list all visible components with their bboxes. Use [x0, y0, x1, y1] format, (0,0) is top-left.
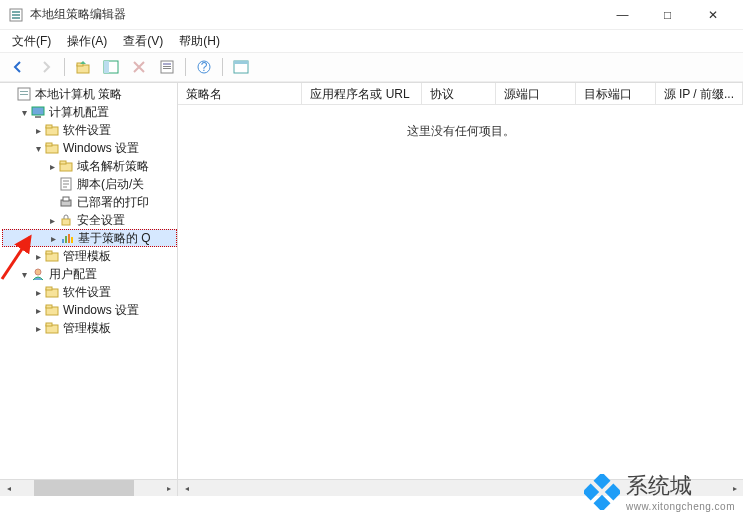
- list-horizontal-scrollbar[interactable]: ◂ ▸: [178, 479, 743, 496]
- menu-file[interactable]: 文件(F): [6, 31, 57, 52]
- back-button[interactable]: [6, 55, 30, 79]
- filter-button[interactable]: [229, 55, 253, 79]
- chevron-right-icon[interactable]: ▸: [46, 215, 58, 226]
- menu-help[interactable]: 帮助(H): [173, 31, 226, 52]
- column-policy-name[interactable]: 策略名: [178, 83, 302, 104]
- column-app-or-url[interactable]: 应用程序名或 URL: [302, 83, 421, 104]
- tree-admin-templates[interactable]: ▸ 管理模板: [2, 247, 177, 265]
- tree-label: 本地计算机 策略: [35, 86, 122, 103]
- scrollbar-thumb[interactable]: [34, 480, 134, 496]
- folder-icon: [44, 248, 60, 264]
- tree-label: 脚本(启动/关: [77, 176, 144, 193]
- workspace: 本地计算机 策略 ▾ 计算机配置 ▸ 软件设置 ▾ Windows 设置 ▸ 域: [0, 82, 743, 496]
- tree-computer-config[interactable]: ▾ 计算机配置: [2, 103, 177, 121]
- chevron-right-icon[interactable]: ▸: [32, 251, 44, 262]
- titlebar: 本地组策略编辑器 — □ ✕: [0, 0, 743, 30]
- help-button[interactable]: ?: [192, 55, 216, 79]
- svg-rect-34: [71, 237, 73, 243]
- list-pane: 策略名 应用程序名或 URL 协议 源端口 目标端口 源 IP / 前缀... …: [178, 83, 743, 496]
- svg-rect-30: [62, 219, 70, 225]
- svg-rect-11: [163, 68, 171, 69]
- svg-rect-10: [163, 66, 171, 67]
- scroll-right-icon[interactable]: ▸: [726, 480, 743, 496]
- watermark-url: www.xitongcheng.com: [626, 501, 735, 512]
- up-button[interactable]: [71, 55, 95, 79]
- tree-dns-policy[interactable]: ▸ 域名解析策略: [2, 157, 177, 175]
- svg-rect-26: [60, 161, 66, 164]
- tree-user-software-settings[interactable]: ▸ 软件设置: [2, 283, 177, 301]
- tree-label: 计算机配置: [49, 104, 109, 121]
- tree-label: 用户配置: [49, 266, 97, 283]
- tree-label: 管理模板: [63, 248, 111, 265]
- computer-icon: [30, 104, 46, 120]
- chevron-right-icon[interactable]: ▸: [32, 305, 44, 316]
- tree-software-settings[interactable]: ▸ 软件设置: [2, 121, 177, 139]
- svg-rect-22: [46, 125, 52, 128]
- svg-rect-48: [594, 494, 611, 509]
- tree-label: 已部署的打印: [77, 194, 149, 211]
- scroll-left-icon[interactable]: ◂: [178, 480, 195, 496]
- minimize-button[interactable]: —: [600, 0, 645, 30]
- tree-label: 基于策略的 Q: [78, 230, 151, 247]
- tree-user-admin-templates[interactable]: ▸ 管理模板: [2, 319, 177, 337]
- delete-button[interactable]: [127, 55, 151, 79]
- folder-icon: [44, 320, 60, 336]
- forward-button[interactable]: [34, 55, 58, 79]
- toolbar-separator: [185, 58, 186, 76]
- chevron-right-icon[interactable]: ▸: [32, 287, 44, 298]
- column-source-ip[interactable]: 源 IP / 前缀...: [656, 83, 743, 104]
- column-dest-port[interactable]: 目标端口: [576, 83, 656, 104]
- minimize-icon: —: [617, 8, 629, 22]
- svg-rect-15: [234, 61, 248, 64]
- maximize-icon: □: [664, 8, 671, 22]
- properties-button[interactable]: [155, 55, 179, 79]
- chevron-right-icon[interactable]: ▸: [46, 161, 58, 172]
- svg-rect-43: [46, 323, 52, 326]
- chevron-right-icon[interactable]: ▸: [32, 323, 44, 334]
- tree-pane: 本地计算机 策略 ▾ 计算机配置 ▸ 软件设置 ▾ Windows 设置 ▸ 域: [0, 83, 178, 496]
- menu-action[interactable]: 操作(A): [61, 31, 113, 52]
- menu-view[interactable]: 查看(V): [117, 31, 169, 52]
- svg-rect-41: [46, 305, 52, 308]
- chevron-down-icon[interactable]: ▾: [18, 269, 30, 280]
- tree-windows-settings[interactable]: ▾ Windows 设置: [2, 139, 177, 157]
- tree-user-windows-settings[interactable]: ▸ Windows 设置: [2, 301, 177, 319]
- tree-scripts[interactable]: 脚本(启动/关: [2, 175, 177, 193]
- tree-root[interactable]: 本地计算机 策略: [2, 85, 177, 103]
- scroll-left-icon[interactable]: ◂: [0, 480, 17, 496]
- toolbar: ?: [0, 52, 743, 82]
- user-icon: [30, 266, 46, 282]
- folder-icon: [44, 302, 60, 318]
- tree-deployed-printers[interactable]: 已部署的打印: [2, 193, 177, 211]
- svg-rect-9: [163, 63, 171, 65]
- chevron-down-icon[interactable]: ▾: [18, 107, 30, 118]
- show-hide-tree-button[interactable]: [99, 55, 123, 79]
- tree-policy-based-qos[interactable]: ▸ 基于策略的 Q: [2, 229, 177, 247]
- tree-user-config[interactable]: ▾ 用户配置: [2, 265, 177, 283]
- scroll-right-icon[interactable]: ▸: [160, 480, 177, 496]
- qos-icon: [59, 230, 75, 246]
- chevron-right-icon[interactable]: ▸: [32, 125, 44, 136]
- folder-icon: [58, 158, 74, 174]
- tree-horizontal-scrollbar[interactable]: ◂ ▸: [0, 479, 177, 496]
- chevron-right-icon[interactable]: ▸: [47, 233, 59, 244]
- svg-point-37: [35, 269, 41, 275]
- chevron-down-icon[interactable]: ▾: [32, 143, 44, 154]
- tree-label: Windows 设置: [63, 302, 139, 319]
- svg-rect-36: [46, 251, 52, 254]
- folder-icon: [44, 284, 60, 300]
- column-protocol[interactable]: 协议: [422, 83, 497, 104]
- script-icon: [58, 176, 74, 192]
- column-source-port[interactable]: 源端口: [496, 83, 576, 104]
- tree-label: 安全设置: [77, 212, 125, 229]
- list-body: 这里没有任何项目。: [178, 105, 743, 496]
- svg-rect-32: [65, 236, 67, 243]
- close-button[interactable]: ✕: [690, 0, 735, 30]
- tree-label: 域名解析策略: [77, 158, 149, 175]
- tree-security-settings[interactable]: ▸ 安全设置: [2, 211, 177, 229]
- maximize-button[interactable]: □: [645, 0, 690, 30]
- app-icon: [8, 7, 24, 23]
- scrollbar-track[interactable]: [195, 480, 726, 496]
- list-header: 策略名 应用程序名或 URL 协议 源端口 目标端口 源 IP / 前缀...: [178, 83, 743, 105]
- svg-rect-24: [46, 143, 52, 146]
